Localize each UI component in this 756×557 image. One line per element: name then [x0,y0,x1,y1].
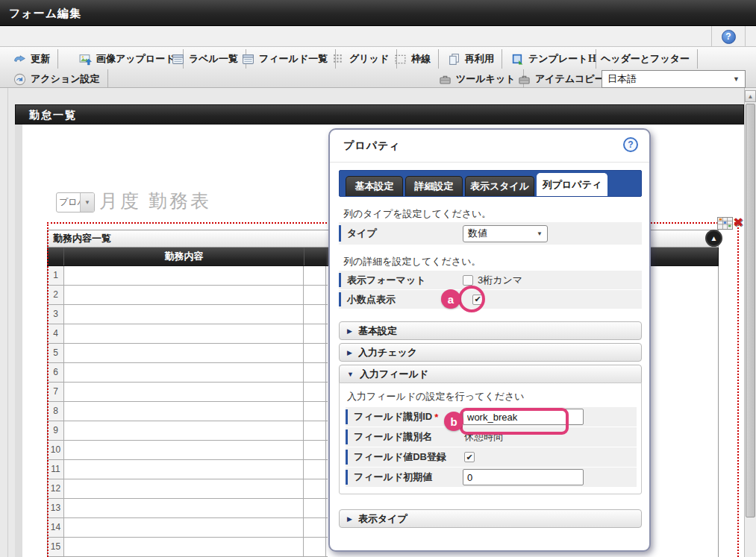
toolkit-button[interactable]: ツールキット [431,69,524,89]
field-id-input[interactable] [463,409,584,425]
accordion-input-field[interactable]: ▼ 入力フィールド [339,365,642,383]
accordion-basic-settings[interactable]: ▶ 基本設定 [339,321,642,340]
table-row[interactable]: 3 [48,305,328,324]
reuse-button[interactable]: 再利用 [440,49,502,69]
item-copy-button[interactable]: アイテムコピー [510,69,613,89]
table-rows: 1 2 3 4 5 6 7 8 9 10 11 12 13 14 15 [48,266,328,557]
field-name-label: フィールド識別名 [354,430,432,444]
type-select[interactable]: 数値 ▼ [463,225,548,242]
item-copy-icon [518,73,531,86]
table-row[interactable]: 2 [48,286,328,305]
left-divider [7,88,8,557]
field-init-label: フィールド初期値 [354,471,432,484]
chevron-down-icon: ▼ [80,193,94,212]
form-section-bar: 勤怠一覧 [15,104,744,125]
border-button[interactable]: 枠線 [387,49,439,69]
toolkit-icon [439,73,452,86]
properties-dialog: プロパティ ? 基本設定 詳細設定 表示スタイル 列プロパティ 列のタイプを設定… [328,128,651,552]
help-icon[interactable]: ? [722,30,736,44]
field-list-icon [242,53,254,66]
field-db-checkbox[interactable]: ✔ [464,452,475,462]
three-digit-comma-checkbox[interactable] [463,275,473,286]
table-row[interactable]: 7 [48,383,328,402]
table-row[interactable]: 14 [48,518,328,538]
chevron-down-icon: ▼ [537,230,543,237]
three-digit-comma-label: 3桁カンマ [478,274,522,287]
tab-detail-settings[interactable]: 詳細設定 [405,176,463,196]
table-row[interactable]: 12 [48,479,328,499]
input-field-panel: 入力フィールドの設定を行ってください フィールド識別ID * フィールド識別名 … [339,383,642,494]
field-name-row: フィールド識別名 休憩時間 [346,427,637,447]
image-upload-icon [79,53,92,66]
collapse-up-button[interactable]: ▲ [705,230,722,247]
scroll-up-icon[interactable]: ▲ [745,90,756,102]
action-settings-button[interactable]: アクション設定 [6,69,108,89]
label-accent-bar [339,273,341,287]
label-accent-bar [346,429,348,444]
chevron-down-icon: ▼ [733,75,740,83]
field-name-value: 休憩時間 [464,430,503,444]
template-icon [511,53,524,66]
field-init-input[interactable] [463,469,584,485]
table-row[interactable]: 6 [48,363,328,383]
field-db-label: フィールド値DB登録 [354,450,446,464]
dialog-header-divider [330,162,649,163]
column-detail-instruction: 列の詳細を設定してください。 [343,255,481,268]
action-settings-icon [13,73,26,86]
header-footer-icon: H [588,53,596,65]
dialog-help-icon[interactable]: ? [623,137,638,152]
table-row[interactable]: 8 [48,402,328,421]
reuse-icon [448,53,460,66]
table-row[interactable]: 10 [48,441,328,460]
update-icon [13,53,26,66]
decimal-display-checkbox[interactable]: ✔ [472,295,483,305]
header-footer-button[interactable]: H ヘッダーとフッター [581,49,698,69]
input-field-description: 入力フィールドの設定を行ってください [347,390,525,403]
display-format-label: 表示フォーマット [347,274,426,287]
field-id-label: フィールド識別ID [354,410,432,424]
chevron-down-icon: ▼ [347,371,354,378]
scrollbar-thumb[interactable] [746,104,755,517]
tab-basic-settings[interactable]: 基本設定 [346,176,403,196]
table-row[interactable]: 5 [48,344,328,363]
label-accent-bar [339,225,341,242]
accordion-display-type[interactable]: ▶ 表示タイプ [339,509,642,528]
toolbar: 更新 画像アップロード ラベル一覧 フィールド一覧 グリッド 枠線 再利用 テン… [0,47,756,88]
table-row[interactable]: 4 [48,324,328,344]
tab-display-style[interactable]: 表示スタイル [465,176,534,196]
accordion-input-check[interactable]: ▶ 入力チェック [339,343,642,362]
canvas-left-gutter [15,125,22,557]
type-row: タイプ 数値 ▼ [339,222,642,245]
table-row[interactable]: 11 [48,460,328,479]
dialog-title: プロパティ [343,139,401,153]
table-row[interactable]: 15 [48,538,328,557]
required-asterisk: * [434,412,438,423]
grid-icon [332,53,345,66]
help-strip: ? [0,26,756,47]
table-row[interactable]: 9 [48,421,328,441]
field-id-row: フィールド識別ID * [346,407,637,427]
field-list-button[interactable]: フィールド一覧 [234,49,336,69]
label-accent-bar [346,450,348,465]
table-row[interactable]: 1 [48,266,328,286]
display-format-row: 表示フォーマット 3桁カンマ [339,271,642,289]
language-select[interactable]: 日本語 ▼ [602,70,746,88]
label-accent-bar [346,470,348,485]
update-button[interactable]: 更新 [6,49,58,69]
type-label: タイプ [347,227,377,240]
help-cell: ? [711,26,746,47]
column-type-instruction: 列のタイプを設定してください。 [343,207,491,221]
tab-column-properties[interactable]: 列プロパティ [537,173,607,196]
header-cell-work-content: 勤務内容 [64,248,304,265]
header-cell-narrow [304,248,328,265]
field-init-row: フィールド初期値 [346,468,637,487]
vertical-scrollbar[interactable]: ▲ [744,88,756,557]
delete-widget-icon[interactable]: ✖ [733,215,743,230]
chevron-right-icon: ▶ [347,515,352,523]
form-title-combo[interactable]: プロパ ▼ [56,192,95,213]
annotation-badge-a: a [441,289,460,309]
table-row[interactable]: 13 [48,499,328,518]
table-handle-icon[interactable] [717,217,733,230]
field-db-row: フィールド値DB登録 ✔ [346,447,637,467]
form-title-label: 月度 勤務表 [99,189,211,213]
